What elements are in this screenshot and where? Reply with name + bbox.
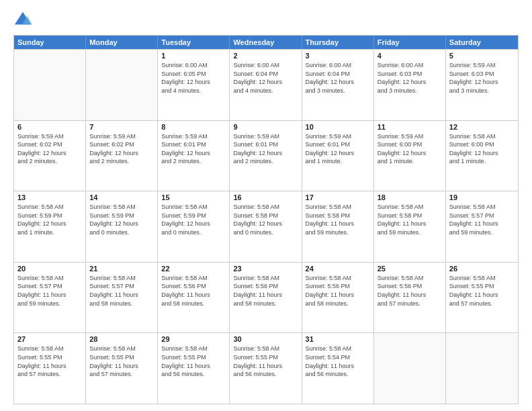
day-info: Sunrise: 5:58 AM Sunset: 5:55 PM Dayligh…: [449, 274, 515, 308]
day-number: 19: [449, 193, 515, 201]
calendar-cell-3-0: 20Sunrise: 5:58 AM Sunset: 5:57 PM Dayli…: [14, 263, 86, 333]
logo-icon: [13, 11, 32, 30]
day-number: 29: [161, 335, 226, 343]
day-info: Sunrise: 5:58 AM Sunset: 5:55 PM Dayligh…: [17, 345, 82, 378]
day-info: Sunrise: 5:58 AM Sunset: 5:57 PM Dayligh…: [17, 274, 82, 308]
weekday-header-saturday: Saturday: [446, 36, 518, 49]
day-number: 1: [161, 52, 226, 60]
calendar-row-0: 1Sunrise: 6:00 AM Sunset: 6:05 PM Daylig…: [14, 49, 518, 120]
calendar-cell-3-2: 22Sunrise: 5:58 AM Sunset: 5:56 PM Dayli…: [158, 263, 230, 333]
weekday-header-sunday: Sunday: [14, 36, 86, 49]
calendar-cell-0-0: [14, 50, 86, 120]
day-number: 30: [233, 335, 298, 343]
calendar-cell-1-4: 10Sunrise: 5:59 AM Sunset: 6:01 PM Dayli…: [302, 121, 374, 191]
day-number: 7: [89, 123, 154, 131]
day-number: 14: [89, 193, 154, 201]
day-info: Sunrise: 6:00 AM Sunset: 6:05 PM Dayligh…: [161, 61, 226, 95]
day-info: Sunrise: 5:59 AM Sunset: 6:01 PM Dayligh…: [306, 132, 370, 166]
day-number: 12: [449, 123, 515, 131]
day-number: 15: [161, 193, 226, 201]
calendar-cell-2-3: 16Sunrise: 5:58 AM Sunset: 5:58 PM Dayli…: [230, 191, 302, 262]
calendar-cell-3-4: 24Sunrise: 5:58 AM Sunset: 5:56 PM Dayli…: [302, 263, 374, 333]
calendar-cell-2-1: 14Sunrise: 5:58 AM Sunset: 5:59 PM Dayli…: [86, 191, 158, 262]
day-info: Sunrise: 5:59 AM Sunset: 6:01 PM Dayligh…: [161, 132, 226, 166]
day-number: 21: [89, 265, 154, 273]
day-number: 28: [89, 335, 154, 343]
weekday-header-friday: Friday: [374, 36, 446, 49]
calendar-header: SundayMondayTuesdayWednesdayThursdayFrid…: [14, 36, 518, 49]
day-info: Sunrise: 5:58 AM Sunset: 5:56 PM Dayligh…: [306, 274, 370, 308]
day-number: 11: [378, 123, 442, 131]
day-number: 23: [233, 265, 298, 273]
calendar-cell-0-5: 4Sunrise: 6:00 AM Sunset: 6:03 PM Daylig…: [374, 50, 446, 120]
day-info: Sunrise: 5:58 AM Sunset: 5:56 PM Dayligh…: [161, 274, 226, 308]
calendar-cell-0-2: 1Sunrise: 6:00 AM Sunset: 6:05 PM Daylig…: [158, 50, 230, 120]
calendar-cell-3-5: 25Sunrise: 5:58 AM Sunset: 5:56 PM Dayli…: [374, 263, 446, 333]
day-info: Sunrise: 5:58 AM Sunset: 5:58 PM Dayligh…: [306, 203, 370, 236]
weekday-header-monday: Monday: [86, 36, 158, 49]
day-info: Sunrise: 6:00 AM Sunset: 6:04 PM Dayligh…: [233, 61, 298, 95]
calendar-cell-4-1: 28Sunrise: 5:58 AM Sunset: 5:55 PM Dayli…: [86, 333, 158, 404]
day-number: 6: [17, 123, 82, 131]
day-number: 4: [378, 52, 442, 60]
calendar-cell-3-1: 21Sunrise: 5:58 AM Sunset: 5:57 PM Dayli…: [86, 263, 158, 333]
day-number: 3: [306, 52, 370, 60]
calendar-cell-1-5: 11Sunrise: 5:59 AM Sunset: 6:00 PM Dayli…: [374, 121, 446, 191]
day-info: Sunrise: 5:58 AM Sunset: 5:55 PM Dayligh…: [89, 345, 154, 378]
day-info: Sunrise: 6:00 AM Sunset: 6:04 PM Dayligh…: [306, 61, 370, 95]
calendar-cell-2-5: 18Sunrise: 5:58 AM Sunset: 5:58 PM Dayli…: [374, 191, 446, 262]
day-number: 2: [233, 52, 298, 60]
day-info: Sunrise: 5:58 AM Sunset: 5:54 PM Dayligh…: [306, 345, 370, 378]
header: [13, 11, 519, 30]
calendar-cell-2-4: 17Sunrise: 5:58 AM Sunset: 5:58 PM Dayli…: [302, 191, 374, 262]
day-info: Sunrise: 5:58 AM Sunset: 5:55 PM Dayligh…: [161, 345, 226, 378]
day-number: 20: [17, 265, 82, 273]
calendar-cell-4-3: 30Sunrise: 5:58 AM Sunset: 5:55 PM Dayli…: [230, 333, 302, 404]
day-number: 24: [306, 265, 370, 273]
day-number: 25: [378, 265, 442, 273]
day-info: Sunrise: 5:58 AM Sunset: 5:58 PM Dayligh…: [378, 203, 442, 236]
calendar-cell-4-5: [374, 333, 446, 404]
day-info: Sunrise: 5:59 AM Sunset: 6:02 PM Dayligh…: [89, 132, 154, 166]
day-info: Sunrise: 5:58 AM Sunset: 5:57 PM Dayligh…: [89, 274, 154, 308]
calendar-cell-2-6: 19Sunrise: 5:58 AM Sunset: 5:57 PM Dayli…: [446, 191, 518, 262]
calendar-cell-2-2: 15Sunrise: 5:58 AM Sunset: 5:59 PM Dayli…: [158, 191, 230, 262]
calendar-cell-0-3: 2Sunrise: 6:00 AM Sunset: 6:04 PM Daylig…: [230, 50, 302, 120]
calendar-cell-4-2: 29Sunrise: 5:58 AM Sunset: 5:55 PM Dayli…: [158, 333, 230, 404]
day-number: 27: [17, 335, 82, 343]
calendar-cell-4-4: 31Sunrise: 5:58 AM Sunset: 5:54 PM Dayli…: [302, 333, 374, 404]
day-info: Sunrise: 5:58 AM Sunset: 5:56 PM Dayligh…: [233, 274, 298, 308]
calendar-cell-0-4: 3Sunrise: 6:00 AM Sunset: 6:04 PM Daylig…: [302, 50, 374, 120]
day-info: Sunrise: 5:58 AM Sunset: 5:57 PM Dayligh…: [449, 203, 515, 236]
calendar-cell-1-3: 9Sunrise: 5:59 AM Sunset: 6:01 PM Daylig…: [230, 121, 302, 191]
day-number: 22: [161, 265, 226, 273]
calendar-cell-3-6: 26Sunrise: 5:58 AM Sunset: 5:55 PM Dayli…: [446, 263, 518, 333]
calendar-cell-4-6: [446, 333, 518, 404]
logo: [13, 11, 34, 30]
day-info: Sunrise: 5:59 AM Sunset: 6:02 PM Dayligh…: [17, 132, 82, 166]
calendar-cell-2-0: 13Sunrise: 5:58 AM Sunset: 5:59 PM Dayli…: [14, 191, 86, 262]
calendar-cell-0-6: 5Sunrise: 5:59 AM Sunset: 6:03 PM Daylig…: [446, 50, 518, 120]
calendar-row-1: 6Sunrise: 5:59 AM Sunset: 6:02 PM Daylig…: [14, 120, 518, 191]
calendar-row-4: 27Sunrise: 5:58 AM Sunset: 5:55 PM Dayli…: [14, 332, 518, 404]
day-info: Sunrise: 5:58 AM Sunset: 5:55 PM Dayligh…: [233, 345, 298, 378]
calendar-row-3: 20Sunrise: 5:58 AM Sunset: 5:57 PM Dayli…: [14, 262, 518, 333]
day-number: 9: [233, 123, 298, 131]
weekday-header-wednesday: Wednesday: [230, 36, 302, 49]
calendar-cell-0-1: [86, 50, 158, 120]
calendar-cell-1-1: 7Sunrise: 5:59 AM Sunset: 6:02 PM Daylig…: [86, 121, 158, 191]
day-info: Sunrise: 5:59 AM Sunset: 6:00 PM Dayligh…: [378, 132, 442, 166]
day-number: 26: [449, 265, 515, 273]
calendar-body: 1Sunrise: 6:00 AM Sunset: 6:05 PM Daylig…: [14, 49, 518, 404]
day-info: Sunrise: 6:00 AM Sunset: 6:03 PM Dayligh…: [378, 61, 442, 95]
calendar-cell-1-6: 12Sunrise: 5:58 AM Sunset: 6:00 PM Dayli…: [446, 121, 518, 191]
calendar-cell-1-0: 6Sunrise: 5:59 AM Sunset: 6:02 PM Daylig…: [14, 121, 86, 191]
day-number: 10: [306, 123, 370, 131]
day-info: Sunrise: 5:58 AM Sunset: 5:59 PM Dayligh…: [17, 203, 82, 236]
page: SundayMondayTuesdayWednesdayThursdayFrid…: [0, 0, 532, 411]
weekday-header-thursday: Thursday: [302, 36, 374, 49]
day-info: Sunrise: 5:59 AM Sunset: 6:01 PM Dayligh…: [233, 132, 298, 166]
calendar: SundayMondayTuesdayWednesdayThursdayFrid…: [13, 35, 519, 404]
day-info: Sunrise: 5:58 AM Sunset: 5:59 PM Dayligh…: [161, 203, 226, 236]
day-number: 8: [161, 123, 226, 131]
